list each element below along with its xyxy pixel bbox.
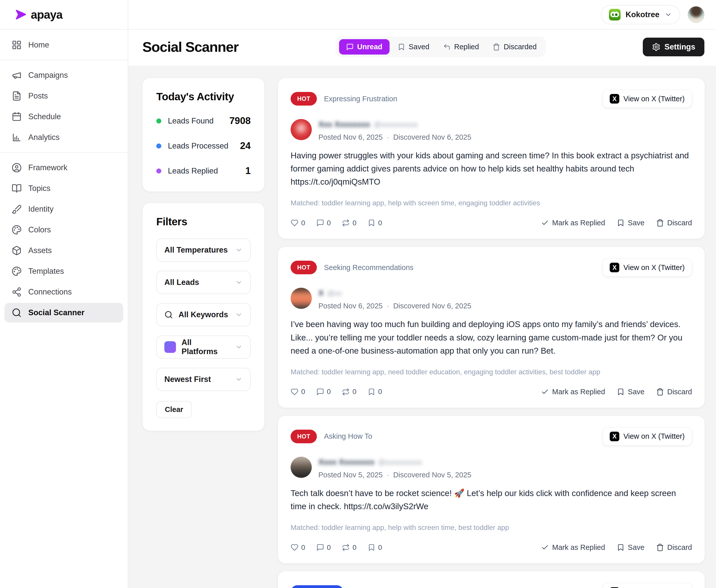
x-twitter-icon: X bbox=[610, 432, 619, 441]
chevron-down-icon bbox=[235, 376, 243, 383]
bookmark-icon bbox=[617, 388, 625, 396]
search-icon bbox=[164, 310, 173, 319]
likes-stat[interactable]: 0 bbox=[290, 219, 305, 227]
sidebar-divider bbox=[0, 60, 128, 60]
palette-icon bbox=[12, 266, 22, 276]
reposts-stat[interactable]: 0 bbox=[342, 219, 356, 227]
reposts-stat[interactable]: 0 bbox=[342, 544, 356, 552]
user-avatar[interactable] bbox=[688, 6, 704, 23]
heart-icon bbox=[290, 219, 298, 227]
mark-as-replied-button[interactable]: Mark as Replied bbox=[541, 219, 605, 227]
comments-stat[interactable]: 0 bbox=[316, 544, 331, 552]
post-category: Expressing Frustration bbox=[324, 95, 397, 103]
user-circle-icon bbox=[12, 163, 22, 173]
matched-keywords: Matched: toddler learning app, help with… bbox=[290, 524, 692, 532]
bookmark-icon bbox=[617, 219, 625, 227]
activity-row-leads-found: Leads Found 7908 bbox=[156, 115, 251, 126]
tab-unread[interactable]: Unread bbox=[339, 39, 390, 55]
clear-filters-button[interactable]: Clear bbox=[156, 401, 192, 418]
post-dates: Posted Nov 5, 2025·Discovered Nov 5, 202… bbox=[318, 471, 471, 479]
chevron-down-icon bbox=[235, 311, 243, 318]
page-title: Social Scanner bbox=[143, 39, 239, 55]
sidebar-item-label: Connections bbox=[28, 288, 72, 296]
bookmarks-stat[interactable]: 0 bbox=[368, 544, 382, 552]
save-button[interactable]: Save bbox=[617, 219, 645, 227]
tab-saved[interactable]: Saved bbox=[392, 39, 435, 55]
trash-icon bbox=[493, 43, 500, 51]
temperature-filter-dropdown[interactable]: All Temperatures bbox=[156, 238, 251, 262]
sidebar-item-label: Social Scanner bbox=[28, 308, 84, 317]
mark-as-replied-button[interactable]: Mark as Replied bbox=[541, 543, 605, 552]
sidebar-item-label: Colors bbox=[28, 225, 51, 234]
brand-logo[interactable]: apaya bbox=[0, 0, 128, 29]
brush-icon bbox=[12, 204, 22, 214]
tab-label: Unread bbox=[357, 43, 383, 51]
comments-stat[interactable]: 0 bbox=[316, 219, 331, 227]
brand-name: apaya bbox=[31, 8, 62, 21]
sidebar-item-label: Topics bbox=[28, 184, 50, 193]
author-name-blurred: Xxxx Xxxxxxxx bbox=[318, 458, 374, 466]
sidebar-item-framework[interactable]: Framework bbox=[4, 158, 123, 177]
comments-stat[interactable]: 0 bbox=[316, 388, 331, 396]
sidebar-item-identity[interactable]: Identity bbox=[4, 199, 123, 219]
sidebar-item-social-scanner[interactable]: Social Scanner bbox=[4, 303, 123, 322]
tab-label: Discarded bbox=[504, 43, 537, 51]
likes-stat[interactable]: 0 bbox=[290, 544, 305, 552]
sidebar-item-templates[interactable]: Templates bbox=[4, 261, 123, 281]
view-on-x-button[interactable]: X View on X (Twitter) bbox=[602, 583, 692, 588]
author-avatar bbox=[290, 457, 312, 478]
view-on-x-button[interactable]: X View on X (Twitter) bbox=[602, 90, 692, 108]
settings-button[interactable]: Settings bbox=[643, 38, 704, 56]
book-open-icon bbox=[12, 183, 22, 193]
matched-keywords: Matched: toddler learning app, need todd… bbox=[290, 368, 692, 376]
activity-row-leads-processed: Leads Processed 24 bbox=[156, 141, 251, 151]
save-button[interactable]: Save bbox=[617, 543, 645, 552]
tab-replied[interactable]: Replied bbox=[437, 39, 484, 55]
megaphone-icon bbox=[12, 70, 22, 80]
view-on-x-button[interactable]: X View on X (Twitter) bbox=[602, 258, 692, 277]
sidebar-item-colors[interactable]: Colors bbox=[4, 220, 123, 240]
trash-icon bbox=[656, 219, 664, 227]
sidebar-item-topics[interactable]: Topics bbox=[4, 178, 123, 198]
trash-icon bbox=[656, 388, 664, 396]
chevron-down-icon bbox=[235, 246, 243, 254]
post-body-text: Having power struggles with your kids ab… bbox=[290, 149, 692, 188]
discard-button[interactable]: Discard bbox=[656, 543, 692, 552]
discard-button[interactable]: Discard bbox=[656, 219, 692, 227]
platforms-filter-dropdown[interactable]: All Platforms bbox=[156, 335, 251, 359]
bookmarks-stat[interactable]: 0 bbox=[368, 219, 382, 227]
keywords-filter-dropdown[interactable]: All Keywords bbox=[156, 303, 251, 326]
reposts-stat[interactable]: 0 bbox=[342, 388, 356, 396]
sidebar-item-posts[interactable]: Posts bbox=[4, 86, 123, 106]
author-avatar bbox=[290, 288, 312, 309]
check-icon bbox=[541, 544, 549, 551]
sidebar-item-connections[interactable]: Connections bbox=[4, 282, 123, 302]
palette-icon bbox=[12, 225, 22, 235]
tab-discarded[interactable]: Discarded bbox=[487, 39, 542, 55]
chevron-down-icon bbox=[665, 11, 672, 18]
save-button[interactable]: Save bbox=[617, 388, 645, 396]
sidebar-item-label: Framework bbox=[28, 163, 67, 172]
sidebar-item-campaigns[interactable]: Campaigns bbox=[4, 65, 123, 85]
mark-as-replied-button[interactable]: Mark as Replied bbox=[541, 388, 605, 396]
bookmarks-stat[interactable]: 0 bbox=[368, 388, 382, 396]
likes-stat[interactable]: 0 bbox=[290, 388, 305, 396]
view-on-x-button[interactable]: X View on X (Twitter) bbox=[602, 427, 692, 445]
filters-title: Filters bbox=[156, 216, 251, 228]
sidebar-item-assets[interactable]: Assets bbox=[4, 241, 123, 260]
bookmark-icon bbox=[398, 43, 405, 51]
leads-filter-dropdown[interactable]: All Leads bbox=[156, 271, 251, 294]
sidebar-item-schedule[interactable]: Schedule bbox=[4, 107, 123, 127]
temperature-badge: AWARENESS bbox=[290, 585, 344, 588]
workspace-switcher[interactable]: Kokotree bbox=[601, 5, 680, 24]
post-card: HOT Expressing Frustration X View on X (… bbox=[278, 78, 705, 239]
box-icon bbox=[12, 246, 22, 256]
sort-dropdown[interactable]: Newest First bbox=[156, 368, 251, 391]
sidebar-item-home[interactable]: Home bbox=[4, 35, 123, 55]
green-dot-icon bbox=[156, 119, 161, 124]
discard-button[interactable]: Discard bbox=[656, 388, 692, 396]
purple-dot-icon bbox=[156, 168, 161, 173]
content-area: Today's Activity Leads Found 7908 Leads … bbox=[128, 66, 716, 588]
sidebar-item-analytics[interactable]: Analytics bbox=[4, 128, 123, 147]
bookmark-icon bbox=[368, 219, 375, 227]
